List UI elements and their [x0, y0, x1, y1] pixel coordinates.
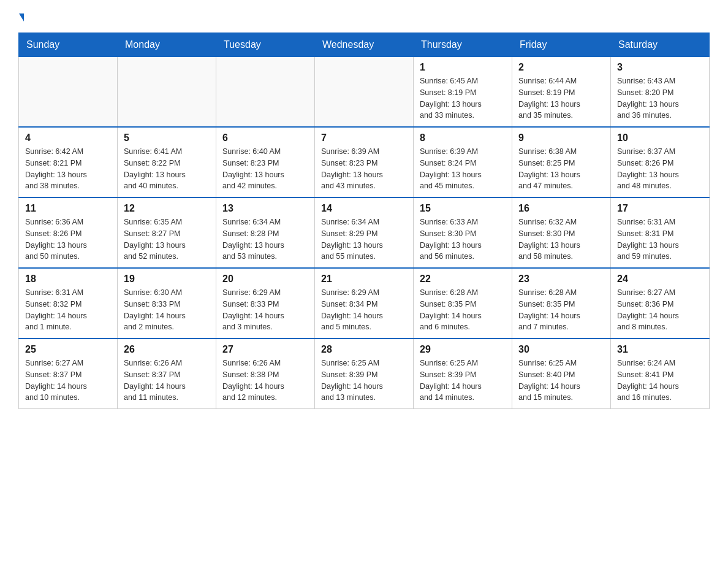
- day-info: Sunrise: 6:26 AMSunset: 8:38 PMDaylight:…: [222, 358, 308, 404]
- calendar-cell-0-6: 3Sunrise: 6:43 AMSunset: 8:20 PMDaylight…: [611, 57, 710, 128]
- day-info: Sunrise: 6:25 AMSunset: 8:39 PMDaylight:…: [420, 358, 506, 404]
- day-info: Sunrise: 6:31 AMSunset: 8:31 PMDaylight:…: [617, 216, 703, 262]
- day-number: 6: [222, 132, 308, 144]
- logo-triangle-icon: [19, 13, 24, 21]
- day-number: 25: [25, 344, 111, 355]
- calendar-cell-1-5: 9Sunrise: 6:38 AMSunset: 8:25 PMDaylight…: [512, 127, 611, 197]
- day-info: Sunrise: 6:24 AMSunset: 8:41 PMDaylight:…: [617, 358, 703, 404]
- day-number: 30: [518, 344, 604, 355]
- day-number: 8: [420, 132, 506, 144]
- calendar-cell-2-3: 14Sunrise: 6:34 AMSunset: 8:29 PMDayligh…: [315, 197, 414, 268]
- day-info: Sunrise: 6:28 AMSunset: 8:35 PMDaylight:…: [420, 287, 506, 333]
- calendar-cell-3-3: 21Sunrise: 6:29 AMSunset: 8:34 PMDayligh…: [315, 268, 414, 339]
- day-info: Sunrise: 6:38 AMSunset: 8:25 PMDaylight:…: [518, 146, 604, 192]
- calendar-cell-0-0: [19, 57, 118, 128]
- day-info: Sunrise: 6:42 AMSunset: 8:21 PMDaylight:…: [25, 146, 111, 192]
- day-number: 26: [124, 344, 210, 355]
- calendar-cell-3-5: 23Sunrise: 6:28 AMSunset: 8:35 PMDayligh…: [512, 268, 611, 339]
- calendar-cell-0-4: 1Sunrise: 6:45 AMSunset: 8:19 PMDaylight…: [414, 57, 512, 128]
- calendar-cell-0-1: [118, 57, 216, 128]
- day-info: Sunrise: 6:39 AMSunset: 8:24 PMDaylight:…: [420, 146, 506, 192]
- calendar-cell-2-2: 13Sunrise: 6:34 AMSunset: 8:28 PMDayligh…: [216, 197, 315, 268]
- day-number: 17: [617, 203, 703, 214]
- calendar-cell-2-5: 16Sunrise: 6:32 AMSunset: 8:30 PMDayligh…: [512, 197, 611, 268]
- calendar-row-0: 1Sunrise: 6:45 AMSunset: 8:19 PMDaylight…: [19, 57, 710, 128]
- day-info: Sunrise: 6:27 AMSunset: 8:37 PMDaylight:…: [25, 358, 111, 404]
- day-number: 12: [124, 203, 210, 214]
- day-info: Sunrise: 6:34 AMSunset: 8:28 PMDaylight:…: [222, 216, 308, 262]
- calendar-cell-4-6: 31Sunrise: 6:24 AMSunset: 8:41 PMDayligh…: [611, 339, 710, 409]
- day-number: 28: [321, 344, 407, 355]
- calendar-cell-2-6: 17Sunrise: 6:31 AMSunset: 8:31 PMDayligh…: [611, 197, 710, 268]
- calendar-cell-2-0: 11Sunrise: 6:36 AMSunset: 8:26 PMDayligh…: [19, 197, 118, 268]
- day-number: 29: [420, 344, 506, 355]
- day-number: 1: [420, 62, 506, 73]
- day-number: 31: [617, 344, 703, 355]
- calendar-cell-1-4: 8Sunrise: 6:39 AMSunset: 8:24 PMDaylight…: [414, 127, 512, 197]
- calendar-cell-4-3: 28Sunrise: 6:25 AMSunset: 8:39 PMDayligh…: [315, 339, 414, 409]
- day-info: Sunrise: 6:28 AMSunset: 8:35 PMDaylight:…: [518, 287, 604, 333]
- day-number: 27: [222, 344, 308, 355]
- day-number: 13: [222, 203, 308, 214]
- day-info: Sunrise: 6:27 AMSunset: 8:36 PMDaylight:…: [617, 287, 703, 333]
- weekday-header-wednesday: Wednesday: [315, 33, 414, 57]
- day-number: 15: [420, 203, 506, 214]
- day-number: 22: [420, 274, 506, 285]
- logo: [18, 12, 24, 20]
- day-info: Sunrise: 6:36 AMSunset: 8:26 PMDaylight:…: [25, 216, 111, 262]
- page-header: [18, 12, 710, 20]
- day-number: 9: [518, 132, 604, 144]
- day-info: Sunrise: 6:29 AMSunset: 8:34 PMDaylight:…: [321, 287, 407, 333]
- day-number: 7: [321, 132, 407, 144]
- day-number: 24: [617, 274, 703, 285]
- day-info: Sunrise: 6:33 AMSunset: 8:30 PMDaylight:…: [420, 216, 506, 262]
- day-number: 4: [25, 132, 111, 144]
- day-number: 16: [518, 203, 604, 214]
- day-number: 5: [124, 132, 210, 144]
- calendar-row-2: 11Sunrise: 6:36 AMSunset: 8:26 PMDayligh…: [19, 197, 710, 268]
- calendar-cell-3-2: 20Sunrise: 6:29 AMSunset: 8:33 PMDayligh…: [216, 268, 315, 339]
- weekday-header-monday: Monday: [118, 33, 216, 57]
- day-info: Sunrise: 6:34 AMSunset: 8:29 PMDaylight:…: [321, 216, 407, 262]
- calendar-table: SundayMondayTuesdayWednesdayThursdayFrid…: [18, 33, 710, 409]
- calendar-cell-4-2: 27Sunrise: 6:26 AMSunset: 8:38 PMDayligh…: [216, 339, 315, 409]
- day-info: Sunrise: 6:31 AMSunset: 8:32 PMDaylight:…: [25, 287, 111, 333]
- day-info: Sunrise: 6:44 AMSunset: 8:19 PMDaylight:…: [518, 75, 604, 121]
- calendar-cell-2-1: 12Sunrise: 6:35 AMSunset: 8:27 PMDayligh…: [118, 197, 216, 268]
- day-number: 20: [222, 274, 308, 285]
- day-info: Sunrise: 6:37 AMSunset: 8:26 PMDaylight:…: [617, 146, 703, 192]
- day-info: Sunrise: 6:43 AMSunset: 8:20 PMDaylight:…: [617, 75, 703, 121]
- calendar-cell-4-5: 30Sunrise: 6:25 AMSunset: 8:40 PMDayligh…: [512, 339, 611, 409]
- weekday-header-sunday: Sunday: [19, 33, 118, 57]
- day-number: 3: [617, 62, 703, 73]
- day-info: Sunrise: 6:41 AMSunset: 8:22 PMDaylight:…: [124, 146, 210, 192]
- day-info: Sunrise: 6:25 AMSunset: 8:40 PMDaylight:…: [518, 358, 604, 404]
- day-info: Sunrise: 6:40 AMSunset: 8:23 PMDaylight:…: [222, 146, 308, 192]
- day-info: Sunrise: 6:25 AMSunset: 8:39 PMDaylight:…: [321, 358, 407, 404]
- calendar-cell-4-0: 25Sunrise: 6:27 AMSunset: 8:37 PMDayligh…: [19, 339, 118, 409]
- day-info: Sunrise: 6:30 AMSunset: 8:33 PMDaylight:…: [124, 287, 210, 333]
- calendar-cell-1-3: 7Sunrise: 6:39 AMSunset: 8:23 PMDaylight…: [315, 127, 414, 197]
- day-number: 18: [25, 274, 111, 285]
- calendar-cell-2-4: 15Sunrise: 6:33 AMSunset: 8:30 PMDayligh…: [414, 197, 512, 268]
- calendar-cell-1-1: 5Sunrise: 6:41 AMSunset: 8:22 PMDaylight…: [118, 127, 216, 197]
- calendar-cell-4-1: 26Sunrise: 6:26 AMSunset: 8:37 PMDayligh…: [118, 339, 216, 409]
- day-number: 2: [518, 62, 604, 73]
- calendar-row-1: 4Sunrise: 6:42 AMSunset: 8:21 PMDaylight…: [19, 127, 710, 197]
- weekday-header-saturday: Saturday: [611, 33, 710, 57]
- calendar-cell-0-5: 2Sunrise: 6:44 AMSunset: 8:19 PMDaylight…: [512, 57, 611, 128]
- weekday-header-thursday: Thursday: [414, 33, 512, 57]
- weekday-header-friday: Friday: [512, 33, 611, 57]
- day-info: Sunrise: 6:29 AMSunset: 8:33 PMDaylight:…: [222, 287, 308, 333]
- calendar-row-3: 18Sunrise: 6:31 AMSunset: 8:32 PMDayligh…: [19, 268, 710, 339]
- day-info: Sunrise: 6:32 AMSunset: 8:30 PMDaylight:…: [518, 216, 604, 262]
- day-info: Sunrise: 6:26 AMSunset: 8:37 PMDaylight:…: [124, 358, 210, 404]
- day-number: 11: [25, 203, 111, 214]
- calendar-cell-3-6: 24Sunrise: 6:27 AMSunset: 8:36 PMDayligh…: [611, 268, 710, 339]
- day-number: 14: [321, 203, 407, 214]
- calendar-cell-0-3: [315, 57, 414, 128]
- calendar-cell-3-4: 22Sunrise: 6:28 AMSunset: 8:35 PMDayligh…: [414, 268, 512, 339]
- day-number: 10: [617, 132, 703, 144]
- calendar-cell-1-6: 10Sunrise: 6:37 AMSunset: 8:26 PMDayligh…: [611, 127, 710, 197]
- day-number: 19: [124, 274, 210, 285]
